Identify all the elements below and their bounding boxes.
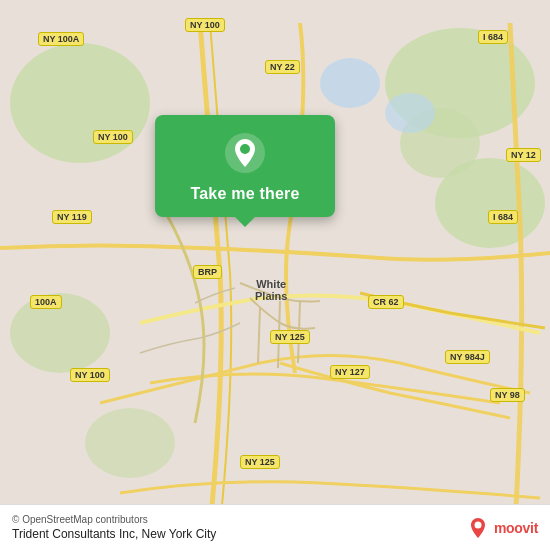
popup-card: Take me there [155, 115, 335, 217]
road-label-ny100-bot: NY 100 [70, 368, 110, 382]
map-container: NY 100A NY 100 NY 22 I 684 NY 100 NY 119… [0, 0, 550, 550]
road-label-ny22: NY 22 [265, 60, 300, 74]
svg-point-6 [85, 408, 175, 478]
city-label-white-plains: White Plains [255, 278, 287, 302]
bottom-bar: © OpenStreetMap contributors Trident Con… [0, 504, 550, 550]
svg-point-11 [474, 521, 481, 528]
road-label-ny127: NY 127 [330, 365, 370, 379]
road-label-brp: BRP [193, 265, 222, 279]
take-me-there-button[interactable]: Take me there [190, 185, 299, 203]
road-label-ny12: NY 12 [506, 148, 541, 162]
road-label-ny125-bot: NY 125 [240, 455, 280, 469]
road-label-ny125-mid: NY 125 [270, 330, 310, 344]
road-label-cr62: CR 62 [368, 295, 404, 309]
svg-point-8 [385, 93, 435, 133]
moovit-pin-icon [466, 516, 490, 540]
moovit-text: moovit [494, 520, 538, 536]
moovit-logo: moovit [466, 516, 538, 540]
svg-point-1 [10, 43, 150, 163]
copyright-text: © OpenStreetMap contributors [12, 514, 216, 525]
road-label-ny100a: NY 100A [38, 32, 84, 46]
location-pin-icon [223, 131, 267, 175]
road-label-100a: 100A [30, 295, 62, 309]
road-label-ny984j: NY 984J [445, 350, 490, 364]
road-label-ny98: NY 98 [490, 388, 525, 402]
road-label-ny119: NY 119 [52, 210, 92, 224]
svg-point-7 [320, 58, 380, 108]
road-label-i684-bot: I 684 [488, 210, 518, 224]
road-label-i684-top: I 684 [478, 30, 508, 44]
road-label-ny100-mid: NY 100 [93, 130, 133, 144]
svg-point-10 [240, 144, 250, 154]
location-label: Trident Consultants Inc, New York City [12, 527, 216, 541]
road-label-ny100-top: NY 100 [185, 18, 225, 32]
